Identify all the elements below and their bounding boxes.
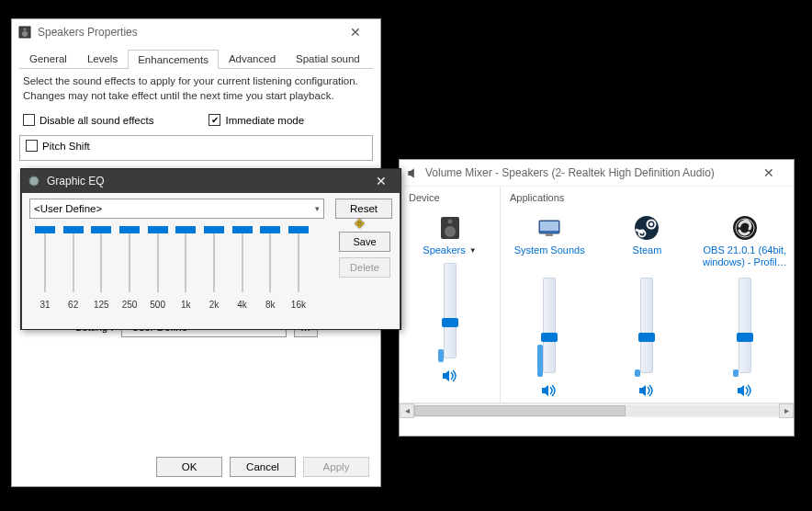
app-volume-slider[interactable] [736, 276, 754, 377]
cancel-button[interactable]: Cancel [230, 457, 296, 477]
eq-band-slider[interactable]: 500 [146, 228, 170, 310]
device-mute-button[interactable] [438, 366, 462, 386]
svg-rect-10 [546, 233, 553, 236]
disable-effects-checkbox[interactable]: Disable all sound effects [23, 114, 153, 126]
eq-band-label: 2k [209, 300, 220, 310]
steam-icon [633, 214, 660, 242]
close-button[interactable]: ✕ [367, 174, 395, 188]
scroll-left-button[interactable]: ◂ [400, 403, 414, 418]
eq-band-slider[interactable]: 62 [62, 228, 85, 310]
app-column: OBS 21.0.1 (64bit, windows) - Profil… [696, 187, 794, 417]
close-button[interactable]: ✕ [336, 25, 375, 40]
app-mute-button[interactable] [537, 380, 561, 401]
scroll-right-button[interactable]: ▸ [779, 403, 794, 418]
svg-marker-20 [738, 385, 744, 396]
tabs: General Levels Enhancements Advanced Spa… [19, 49, 373, 69]
checkbox-label: Disable all sound effects [39, 115, 153, 126]
tab-spatial-sound[interactable]: Spatial sound [286, 49, 370, 68]
ok-button[interactable]: OK [156, 457, 222, 477]
save-button[interactable]: Save [339, 232, 390, 252]
eq-band-label: 4k [237, 300, 247, 310]
apply-button[interactable]: Apply [303, 457, 369, 477]
effects-list[interactable]: Pitch Shift [19, 135, 373, 161]
checkbox-icon: ✔ [209, 114, 220, 126]
window-title: Graphic EQ [47, 175, 367, 187]
svg-point-2 [24, 28, 27, 31]
eq-band-label: 31 [39, 300, 50, 310]
eq-band-slider[interactable]: 31 [33, 228, 57, 310]
eq-band-slider[interactable]: 1k [174, 228, 197, 310]
app-column: Steam [598, 187, 695, 417]
eq-band-label: 125 [94, 300, 109, 310]
immediate-mode-checkbox[interactable]: ✔ Immediate mode [209, 114, 304, 126]
effect-label: Pitch Shift [42, 141, 90, 152]
close-button[interactable]: ✕ [750, 165, 788, 180]
svg-point-12 [635, 216, 659, 240]
chevron-down-icon: ▾ [315, 204, 320, 213]
reset-button[interactable]: Reset [335, 199, 392, 219]
description-text: Select the sound effects to apply for yo… [23, 74, 369, 103]
app-name: Steam [600, 244, 694, 270]
eq-band-label: 500 [150, 300, 165, 310]
device-column: Device Speakers ▼ [400, 187, 501, 417]
eq-band-slider[interactable]: 250 [118, 228, 141, 310]
window-title: Speakers Properties [38, 26, 336, 39]
eq-band-slider[interactable]: 2k [202, 228, 226, 310]
volume-mixer-window: Volume Mixer - Speakers (2- Realtek High… [399, 159, 795, 437]
tab-advanced[interactable]: Advanced [219, 49, 286, 68]
checkbox-label: Immediate mode [225, 115, 304, 126]
graphic-eq-window: Graphic EQ ✕ <User Define> ▾ Reset 31621… [20, 168, 401, 330]
app-name: System Sounds [502, 244, 596, 270]
eq-band-label: 1k [181, 300, 191, 310]
app-volume-slider[interactable] [637, 276, 656, 377]
speaker-icon [17, 25, 32, 40]
eq-band-slider[interactable]: 8k [258, 228, 282, 310]
mixer-icon [405, 165, 420, 180]
window-title: Volume Mixer - Speakers (2- Realtek High… [425, 166, 750, 179]
tab-general[interactable]: General [19, 49, 77, 68]
svg-point-1 [22, 31, 28, 37]
device-name: Speakers [423, 244, 465, 255]
svg-marker-11 [542, 385, 548, 396]
eq-band-slider[interactable]: 4k [231, 228, 254, 310]
eq-sliders: 31621252505001k2k4k8k16k [29, 224, 314, 310]
app-mute-button[interactable] [635, 380, 659, 401]
svg-point-14 [649, 222, 653, 226]
app-volume-slider[interactable] [540, 276, 558, 377]
titlebar[interactable]: Volume Mixer - Speakers (2- Realtek High… [400, 160, 794, 186]
tab-levels[interactable]: Levels [77, 49, 128, 68]
eq-band-label: 250 [122, 300, 138, 310]
eq-icon [27, 174, 41, 188]
eq-band-label: 16k [291, 300, 306, 310]
speaker-device-icon[interactable] [436, 214, 464, 242]
svg-point-6 [447, 220, 452, 224]
preset-select[interactable]: <User Define> ▾ [29, 199, 324, 219]
eq-band-slider[interactable]: 16k [287, 228, 310, 310]
app-mute-button[interactable] [733, 380, 757, 401]
preset-value: <User Define> [34, 203, 102, 214]
apps-header: Applications [502, 192, 596, 209]
delete-button[interactable]: Delete [339, 257, 390, 278]
obs-icon [731, 214, 759, 242]
checkbox-icon [26, 140, 38, 152]
checkbox-icon [23, 114, 35, 126]
cursor-icon: ✥ [355, 217, 365, 231]
eq-band-label: 62 [68, 300, 78, 310]
tab-enhancements[interactable]: Enhancements [128, 50, 219, 69]
app-name: OBS 21.0.1 (64bit, windows) - Profil… [698, 244, 792, 270]
svg-rect-9 [540, 221, 558, 231]
svg-marker-17 [639, 385, 646, 396]
horizontal-scrollbar[interactable]: ◂ ▸ [400, 403, 794, 417]
chevron-down-icon: ▼ [469, 246, 477, 255]
titlebar[interactable]: Graphic EQ ✕ [21, 169, 400, 193]
eq-band-label: 8k [265, 300, 276, 310]
device-select[interactable]: Speakers ▼ [401, 244, 498, 255]
svg-marker-7 [443, 370, 449, 381]
eq-band-slider[interactable]: 125 [89, 228, 113, 310]
app-column: Applications System Sounds [501, 187, 598, 417]
device-header: Device [401, 192, 498, 209]
list-item[interactable]: Pitch Shift [20, 136, 372, 155]
svg-marker-3 [408, 168, 414, 177]
device-volume-slider[interactable] [441, 261, 459, 362]
titlebar[interactable]: Speakers Properties ✕ [12, 19, 380, 45]
